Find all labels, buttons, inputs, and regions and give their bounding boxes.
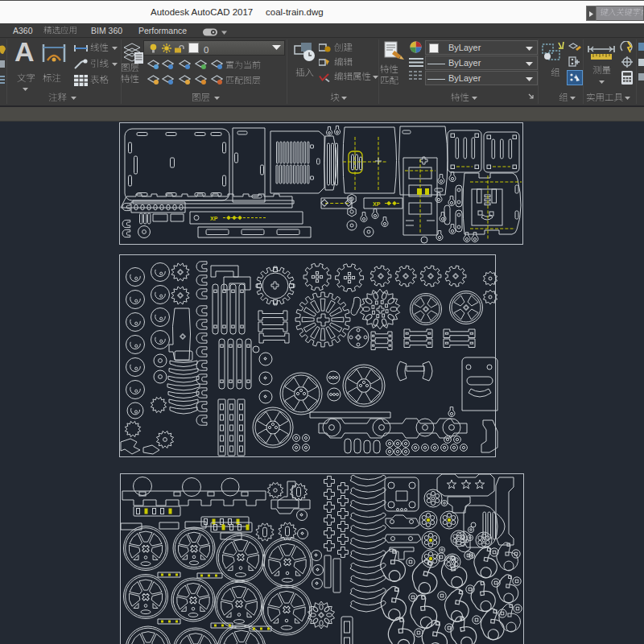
svg-text:XP: XP (210, 216, 218, 221)
svg-text:XP: XP (373, 201, 381, 207)
